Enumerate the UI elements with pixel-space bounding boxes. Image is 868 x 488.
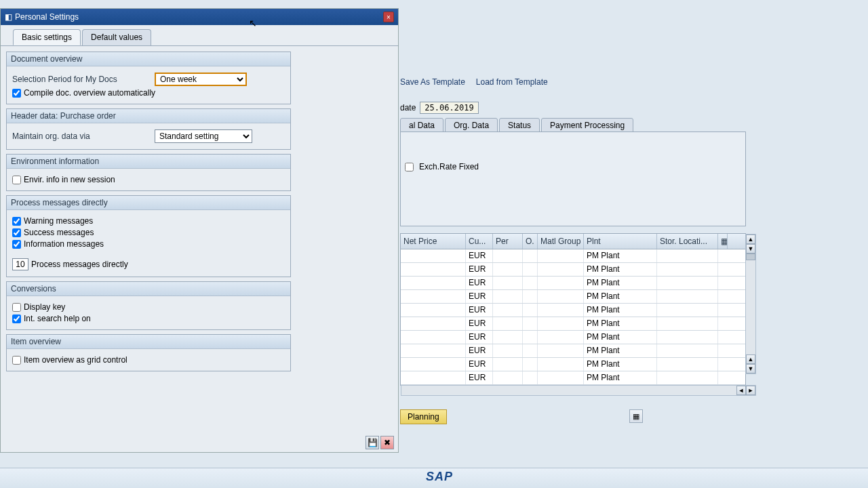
col-config-icon[interactable]: ▦ [718, 234, 728, 249]
int-search-label: Int. search help on [24, 314, 91, 323]
group-conversions: Conversions Display key Int. search help… [6, 281, 291, 330]
selection-period-label: Selection Period for My Docs [12, 75, 155, 84]
tab-status[interactable]: Status [499, 118, 540, 133]
col-matl-group[interactable]: Matl Group [538, 234, 584, 249]
table-row[interactable]: EURPM Plant [401, 331, 745, 344]
scroll-right-icon[interactable]: ► [746, 386, 755, 395]
template-toolbar: Save As Template Load from Template [400, 77, 548, 87]
group-environment: Environment information Envir. info in n… [6, 154, 291, 191]
header-panel: Exch.Rate Fixed [400, 131, 746, 226]
item-grid: Net Price Cu... Per O. Matl Group Plnt S… [400, 233, 746, 386]
group-header-data: Header data: Purchase order Maintain org… [6, 108, 291, 150]
group-header: Header data: Purchase order [7, 109, 290, 123]
dialog-titlebar[interactable]: ◧ Personal Settings × [1, 9, 398, 25]
scroll-thumb[interactable] [746, 253, 755, 260]
header-tabs: al Data Org. Data Status Payment Process… [400, 118, 635, 133]
group-item-overview: Item overview Item overview as grid cont… [6, 334, 291, 371]
save-as-template-link[interactable]: Save As Template [400, 77, 465, 87]
group-process-messages: Process messages directly Warning messag… [6, 195, 291, 277]
date-input[interactable]: 25.06.2019 [420, 102, 478, 114]
warning-messages-checkbox[interactable] [12, 217, 21, 226]
planning-button[interactable]: Planning [400, 409, 447, 424]
information-messages-checkbox[interactable] [12, 240, 21, 249]
scroll-up-icon[interactable]: ▲ [746, 235, 755, 244]
scroll-up-end-icon[interactable]: ▲ [746, 354, 755, 364]
tab-payment-processing[interactable]: Payment Processing [541, 118, 633, 133]
table-row[interactable]: EURPM Plant [401, 317, 745, 331]
item-overview-grid-label: Item overview as grid control [24, 355, 127, 365]
table-row[interactable]: EURPM Plant [401, 277, 745, 290]
date-field-row: date 25.06.2019 [400, 102, 479, 114]
col-currency[interactable]: Cu... [466, 234, 493, 249]
vertical-scrollbar[interactable]: ▲ ▼ ▲ ▼ [745, 234, 756, 374]
warning-messages-label: Warning messages [24, 216, 93, 226]
horizontal-scrollbar[interactable]: ◄ ► [401, 385, 756, 396]
int-search-checkbox[interactable] [12, 314, 21, 323]
exch-rate-fixed-checkbox[interactable] [405, 163, 414, 171]
table-row[interactable]: EURPM Plant [401, 263, 745, 277]
scroll-down-step-icon[interactable]: ▼ [746, 244, 755, 253]
table-row[interactable]: EURPM Plant [401, 304, 745, 317]
grid-body: EURPM PlantEURPM PlantEURPM PlantEURPM P… [401, 249, 745, 385]
grid-header: Net Price Cu... Per O. Matl Group Plnt S… [401, 234, 745, 249]
scroll-left-icon[interactable]: ◄ [736, 386, 746, 395]
group-header: Item overview [7, 335, 290, 349]
col-plnt[interactable]: Plnt [584, 234, 657, 249]
group-header: Conversions [7, 282, 290, 296]
table-row[interactable]: EURPM Plant [401, 249, 745, 263]
item-overview-grid-checkbox[interactable] [12, 356, 21, 365]
group-header: Process messages directly [7, 196, 290, 210]
personal-settings-dialog: ◧ Personal Settings × Basic settings Def… [0, 8, 399, 453]
maintain-org-label: Maintain org. data via [12, 131, 155, 141]
env-info-label: Envir. info in new session [24, 175, 115, 184]
selection-period-select[interactable]: One week [155, 73, 247, 86]
display-key-label: Display key [24, 302, 65, 312]
process-count-label: Process messages directly [31, 260, 128, 269]
table-row[interactable]: EURPM Plant [401, 344, 745, 358]
save-button[interactable]: 💾 [366, 436, 379, 449]
cancel-icon: ✖ [384, 438, 391, 447]
group-header: Document overview [7, 52, 290, 66]
col-stor-location[interactable]: Stor. Locati... [657, 234, 718, 249]
date-label: date [400, 103, 416, 113]
table-row[interactable]: EURPM Plant [401, 290, 745, 304]
cancel-button[interactable]: ✖ [380, 436, 394, 449]
display-key-checkbox[interactable] [12, 303, 21, 312]
dialog-body: Document overview Selection Period for M… [1, 45, 398, 452]
information-messages-label: Information messages [24, 239, 104, 249]
tab-org-data[interactable]: Org. Data [445, 118, 498, 133]
settings-tabs: Basic settings Default values [13, 29, 398, 45]
expand-icon[interactable]: ▦ [629, 409, 643, 423]
process-count-input[interactable] [12, 258, 28, 270]
group-header: Environment information [7, 155, 290, 169]
success-messages-checkbox[interactable] [12, 228, 21, 237]
dialog-title: Personal Settings [15, 12, 79, 22]
success-messages-label: Success messages [24, 228, 94, 237]
compile-overview-label: Compile doc. overview automatically [24, 88, 155, 98]
maintain-org-select[interactable]: Standard setting [155, 129, 252, 143]
env-info-checkbox[interactable] [12, 176, 21, 184]
exch-rate-fixed-label: Exch.Rate Fixed [419, 162, 479, 171]
col-per[interactable]: Per [493, 234, 523, 249]
col-o[interactable]: O. [523, 234, 538, 249]
tab-additional-data[interactable]: al Data [400, 118, 443, 133]
table-row[interactable]: EURPM Plant [401, 371, 745, 385]
dialog-footer: 💾 ✖ [366, 436, 394, 449]
table-row[interactable]: EURPM Plant [401, 358, 745, 371]
col-net-price[interactable]: Net Price [401, 234, 466, 249]
scroll-down-icon[interactable]: ▼ [746, 364, 755, 373]
dialog-icon: ◧ [5, 12, 12, 22]
sap-logo: SAP [426, 470, 453, 484]
dialog-close-button[interactable]: × [383, 12, 394, 22]
load-from-template-link[interactable]: Load from Template [476, 77, 548, 87]
group-document-overview: Document overview Selection Period for M… [6, 52, 291, 104]
save-icon: 💾 [368, 438, 378, 447]
compile-overview-checkbox[interactable] [12, 89, 21, 98]
tab-default-values[interactable]: Default values [82, 29, 151, 45]
tab-basic-settings[interactable]: Basic settings [13, 29, 81, 45]
